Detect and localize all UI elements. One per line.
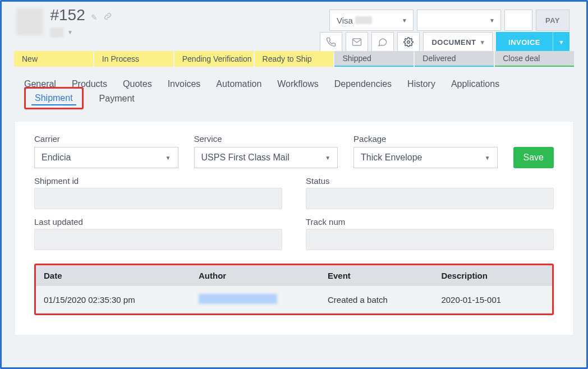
shipmentid-label: Shipment id: [34, 176, 282, 186]
link-icon[interactable]: [104, 12, 112, 20]
chevron-down-icon[interactable]: ▼: [67, 29, 73, 35]
package-select[interactable]: Thick Envelope ▼: [353, 147, 498, 168]
tab-invoices[interactable]: Invoices: [168, 79, 201, 91]
tab-shipment[interactable]: Shipment: [31, 91, 76, 105]
stage-new[interactable]: New: [14, 51, 93, 67]
stage-close-deal[interactable]: Close deal: [495, 51, 574, 67]
shipmentid-field: [34, 188, 282, 209]
save-button[interactable]: Save: [513, 147, 554, 168]
log-author: [191, 286, 320, 313]
avatar: [16, 8, 43, 35]
service-label: Service: [194, 134, 338, 144]
lastupdated-label: Last updated: [34, 217, 282, 227]
gear-icon[interactable]: [397, 32, 420, 52]
edit-icon[interactable]: ✎: [91, 13, 98, 22]
lastupdated-field: [34, 229, 282, 250]
carrier-label: Carrier: [34, 134, 178, 144]
log-date: 01/15/2020 02:35:30 pm: [36, 286, 191, 313]
stage-ready-to-ship[interactable]: Ready to Ship: [255, 51, 334, 67]
tab-automation[interactable]: Automation: [216, 79, 261, 91]
service-select[interactable]: USPS First Class Mail ▼: [194, 147, 338, 168]
mail-icon[interactable]: [346, 32, 368, 52]
invoice-dropdown[interactable]: ▼: [553, 32, 569, 52]
log-header-desc: Description: [433, 265, 552, 286]
page-title: #152: [50, 6, 85, 24]
phone-icon[interactable]: [320, 32, 342, 52]
chevron-down-icon: ▼: [166, 155, 171, 161]
carrier-select[interactable]: Endicia ▼: [34, 147, 178, 168]
tab-quotes[interactable]: Quotes: [123, 79, 152, 91]
log-row: 01/15/2020 02:35:30 pmCreated a batch202…: [36, 286, 552, 313]
chevron-down-icon: ▼: [325, 155, 330, 161]
chevron-down-icon: ▼: [489, 17, 495, 24]
brand-thumb: [50, 27, 63, 38]
chevron-down-icon: ▼: [402, 17, 407, 24]
status-field: [306, 188, 554, 209]
tab-workflows[interactable]: Workflows: [277, 79, 319, 91]
stage-shipped[interactable]: Shipped: [334, 51, 414, 67]
log-header-date: Date: [36, 265, 191, 286]
tab-history[interactable]: History: [407, 79, 435, 91]
log-header-event: Event: [320, 265, 433, 286]
tracknum-field: [306, 229, 554, 250]
card-blur: [355, 16, 372, 24]
chevron-down-icon: ▼: [485, 155, 490, 161]
stage-pending-verification[interactable]: Pending Verification: [174, 51, 254, 67]
chat-icon[interactable]: [371, 32, 394, 52]
svg-point-1: [407, 41, 410, 44]
payment-account-select[interactable]: ▼: [417, 10, 501, 31]
tab-applications[interactable]: Applications: [451, 79, 499, 91]
stage-in-process[interactable]: In Process: [94, 51, 173, 67]
status-label: Status: [306, 176, 554, 186]
payment-amount-input[interactable]: [504, 10, 532, 31]
payment-card-select[interactable]: Visa ▼: [329, 10, 414, 31]
tab-dependencies[interactable]: Dependencies: [334, 79, 392, 91]
log-desc: 2020-01-15-001: [433, 286, 552, 313]
invoice-button[interactable]: INVOICE: [496, 32, 553, 52]
log-event: Created a batch: [320, 286, 433, 313]
tab-payment[interactable]: Payment: [99, 94, 135, 109]
stage-delivered[interactable]: Delivered: [415, 51, 494, 67]
chevron-down-icon: ▾: [481, 39, 485, 46]
log-header-author: Author: [191, 265, 320, 286]
tracknum-label: Track num: [306, 217, 554, 227]
document-button[interactable]: DOCUMENT ▾: [423, 32, 493, 52]
package-label: Package: [353, 134, 498, 144]
pay-button[interactable]: PAY: [536, 10, 569, 31]
